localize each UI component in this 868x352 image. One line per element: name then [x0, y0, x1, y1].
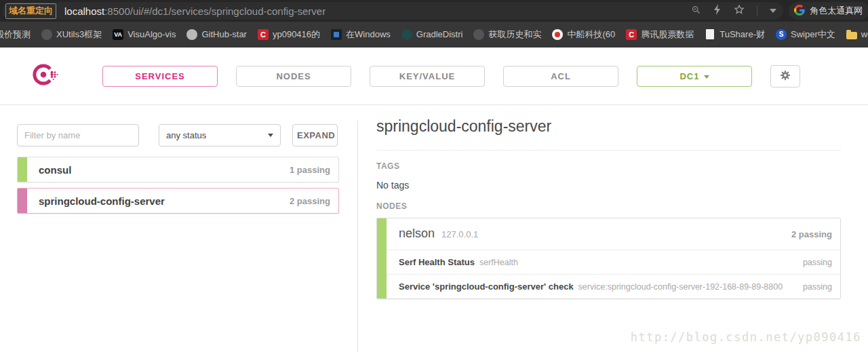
- service-filter-controls: any status EXPAND: [17, 124, 339, 146]
- filter-by-name-input[interactable]: [17, 124, 139, 146]
- github-icon: [186, 29, 197, 40]
- search-engine-label: 角色太通真网: [810, 5, 863, 17]
- zoom-icon[interactable]: [691, 5, 701, 18]
- datacenter-label: DC1: [679, 71, 699, 81]
- bookmark-item[interactable]: S Swiper中文: [776, 28, 835, 41]
- favicon-generic-icon: [473, 29, 484, 40]
- health-check-row: Service 'springcloud-config-server' chec…: [387, 274, 840, 298]
- bookmark-item[interactable]: webpack: [846, 29, 868, 39]
- bookmark-item[interactable]: 在Windows: [331, 28, 391, 41]
- expand-button[interactable]: EXPAND: [292, 124, 338, 146]
- tab-services[interactable]: SERVICES: [102, 66, 218, 87]
- url-path: :8500/ui/#/dc1/services/springcloud-conf…: [104, 5, 326, 17]
- service-status-bar: [18, 189, 27, 213]
- bookmark-label: VisuAlgo-vis: [127, 29, 176, 39]
- nav-tab-label: ACL: [551, 71, 571, 81]
- check-name: Serf Health Status: [399, 257, 475, 267]
- node-status-bar: [377, 218, 387, 298]
- page-title: springcloud-config-server: [376, 117, 841, 151]
- bookmark-label: 获取历史和实: [488, 28, 541, 41]
- google-logo-icon: [794, 5, 805, 18]
- address-bar-separator: [757, 5, 757, 16]
- check-status: passing: [793, 282, 832, 292]
- chevron-down-icon: [268, 134, 273, 137]
- status-filter-value: any status: [166, 130, 206, 140]
- consul-header: SERVICESNODESKEY/VALUEACL DC1: [0, 47, 868, 105]
- tags-value: No tags: [376, 180, 841, 191]
- csdn-icon: C: [258, 29, 269, 40]
- bookmark-item[interactable]: GradleDistri: [401, 29, 463, 40]
- url-host: localhost: [64, 5, 104, 17]
- search-engine-pill[interactable]: 角色太通真网: [789, 2, 868, 20]
- bookmark-label: 在Windows: [346, 28, 391, 41]
- sina-icon: [552, 29, 563, 40]
- check-note: service:springcloud-config-server-192-16…: [578, 282, 783, 292]
- bookmark-star-icon[interactable]: [734, 4, 745, 18]
- document-icon: [706, 29, 714, 39]
- bookmarks-bar: 股价预测 XUtils3框架 VA VisuAlgo-vis GitHub-st…: [0, 22, 868, 47]
- url-text: localhost:8500/ui/#/dc1/services/springc…: [64, 5, 326, 17]
- tab-acl[interactable]: ACL: [503, 66, 618, 87]
- bookmark-item[interactable]: XUtils3框架: [41, 28, 102, 41]
- nav-tab-label: SERVICES: [135, 71, 185, 81]
- browser-topbar: 域名重定向 localhost:8500/ui/#/dc1/services/s…: [0, 0, 868, 22]
- bookmark-label: GradleDistri: [416, 29, 463, 39]
- nodes-heading: NODES: [376, 201, 841, 211]
- service-passing-count: 1 passing: [290, 165, 330, 175]
- check-name: Service 'springcloud-config-server' chec…: [399, 281, 574, 292]
- bookmark-label: Swiper中文: [791, 28, 835, 41]
- visualgo-icon: VA: [113, 29, 123, 40]
- nav-tab-label: NODES: [276, 71, 311, 81]
- service-passing-count: 2 passing: [290, 196, 330, 206]
- bookmark-label: TuShare-财: [719, 28, 765, 41]
- nav-tabs: SERVICESNODESKEY/VALUEACL: [102, 66, 637, 87]
- bookmark-item[interactable]: TuShare-财: [705, 28, 765, 41]
- bookmark-label: webpack: [861, 29, 868, 39]
- service-row-consul[interactable]: consul 1 passing: [17, 157, 339, 182]
- health-check-row: Serf Health Status serfHealth passing: [387, 250, 840, 274]
- gradle-icon: [401, 29, 412, 40]
- service-name: springcloud-config-server: [39, 195, 165, 207]
- windows-icon: [331, 29, 342, 40]
- bookmark-item[interactable]: 中船科技(60: [552, 28, 615, 41]
- main-content: any status EXPAND consul 1 passing sprin…: [0, 105, 868, 352]
- node-header[interactable]: nelson 127.0.0.1 2 passing: [387, 218, 840, 250]
- settings-button[interactable]: [770, 65, 800, 87]
- watermark: http://blog.csdn.net/yp090416: [631, 330, 861, 344]
- nav-tab-label: KEY/VALUE: [399, 71, 455, 81]
- tab-nodes[interactable]: NODES: [236, 66, 351, 87]
- tags-heading: TAGS: [376, 161, 841, 171]
- node-address: 127.0.0.1: [441, 229, 478, 239]
- flash-icon[interactable]: [713, 4, 722, 18]
- favicon-generic-icon: [41, 29, 52, 40]
- bookmark-label: GitHub-star: [201, 29, 246, 39]
- datacenter-button[interactable]: DC1: [637, 66, 752, 87]
- service-status-bar: [18, 157, 27, 182]
- bookmark-item[interactable]: 股价预测: [0, 28, 31, 41]
- swiper-icon: S: [776, 29, 787, 40]
- bookmark-item[interactable]: C 腾讯股票数据: [626, 28, 694, 41]
- bookmark-label: yp090416的: [273, 28, 320, 41]
- tab-key-value[interactable]: KEY/VALUE: [370, 66, 485, 87]
- panel-divider: [357, 121, 358, 352]
- node-card: nelson 127.0.0.1 2 passing Serf Health S…: [376, 218, 841, 299]
- bookmark-item[interactable]: VA VisuAlgo-vis: [113, 29, 176, 40]
- csdn-icon: C: [626, 29, 637, 40]
- service-row-springcloud-config-server[interactable]: springcloud-config-server 2 passing: [17, 188, 339, 214]
- services-panel: any status EXPAND consul 1 passing sprin…: [17, 124, 339, 219]
- bookmark-label: 腾讯股票数据: [641, 28, 694, 41]
- address-dropdown-icon[interactable]: [770, 9, 776, 13]
- redirect-extension-badge[interactable]: 域名重定向: [5, 3, 56, 19]
- bookmark-item[interactable]: 获取历史和实: [473, 28, 541, 41]
- bookmark-label: XUtils3框架: [56, 28, 102, 41]
- consul-logo-icon[interactable]: [33, 62, 60, 90]
- service-name: consul: [39, 164, 71, 176]
- node-name: nelson: [399, 227, 435, 241]
- check-list: Serf Health Status serfHealth passing Se…: [387, 250, 840, 298]
- bookmark-item[interactable]: GitHub-star: [186, 29, 246, 40]
- address-bar[interactable]: 域名重定向 localhost:8500/ui/#/dc1/services/s…: [3, 2, 783, 20]
- check-note: serfHealth: [479, 258, 518, 267]
- bookmark-label: 中船科技(60: [567, 28, 615, 41]
- bookmark-item[interactable]: C yp090416的: [258, 28, 320, 41]
- status-filter-select[interactable]: any status: [159, 124, 281, 146]
